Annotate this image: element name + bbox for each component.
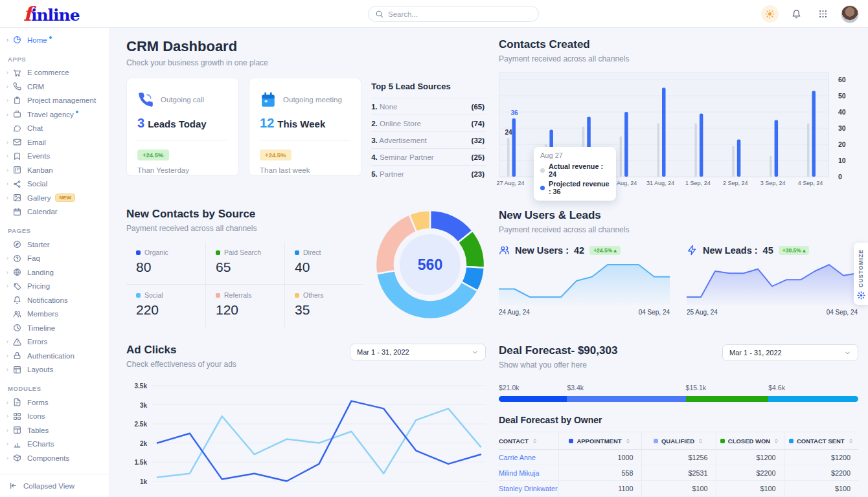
lead-source-row[interactable]: 1. None(65) xyxy=(371,98,486,115)
growth-badge: +24.5% xyxy=(260,149,291,160)
column-header-contact-sent[interactable]: CONTACT SENT xyxy=(784,432,858,450)
sidebar-item-landing[interactable]: ›Landing xyxy=(0,265,109,280)
new-leads-area-chart[interactable] xyxy=(687,260,858,307)
ad-clicks-date-range-select[interactable]: Mar 1 - 31, 2022 xyxy=(350,344,486,360)
sidebar-section-modules: MODULES xyxy=(0,377,109,395)
sidebar-item-errors[interactable]: ›Errors xyxy=(0,335,109,349)
stat-value: 120 xyxy=(216,302,284,318)
search-input[interactable] xyxy=(388,10,532,18)
mail-icon xyxy=(13,138,21,146)
sidebar-item-label: Pricing xyxy=(27,282,50,290)
apps-menu-button[interactable] xyxy=(814,5,832,23)
chevron-down-icon xyxy=(844,349,851,357)
sidebar-item-events[interactable]: ›Events xyxy=(0,149,109,164)
start-date: 24 Aug, 24 xyxy=(499,309,530,316)
sidebar-item-tables[interactable]: ›Tables xyxy=(0,423,109,437)
sidebar-item-email[interactable]: ›Email xyxy=(0,135,109,149)
sidebar-item-components[interactable]: ›Components xyxy=(0,451,109,465)
date-range-value: Mar 1 - 31, 2022 xyxy=(729,349,782,357)
sidebar-item-forms[interactable]: ›Forms xyxy=(0,395,109,410)
column-header-appointment[interactable]: APPOINTMENT xyxy=(558,432,641,450)
card-unit: This Week xyxy=(277,118,325,129)
lead-sources-title: Top 5 Lead Sources xyxy=(371,79,486,98)
sidebar-item-faq[interactable]: ›Faq xyxy=(0,252,109,266)
sidebar-item-layouts[interactable]: ›Layouts xyxy=(0,363,109,377)
x-axis-label: 3 Sep, 24 xyxy=(760,180,786,186)
svg-text:24: 24 xyxy=(505,129,512,136)
table-row: Stanley Drinkwater1100$100$100$100 xyxy=(499,481,858,496)
legend-swatch xyxy=(720,439,725,443)
sidebar-item-timeline[interactable]: Timeline xyxy=(0,321,109,335)
user-avatar[interactable] xyxy=(841,5,859,23)
sidebar-item-label: Layouts xyxy=(27,366,53,373)
deal-forecast-date-range-select[interactable]: Mar 1 - 31, 2022 xyxy=(722,344,858,361)
legend-swatch xyxy=(216,293,220,298)
sidebar-item-starter[interactable]: Starter xyxy=(0,237,109,252)
sidebar-item-authentication[interactable]: ›Authentication xyxy=(0,349,109,363)
sidebar-item-echarts[interactable]: ›ECharts xyxy=(0,437,109,452)
brand-logo[interactable]: finline xyxy=(23,3,80,25)
sidebar-item-pricing[interactable]: ›Pricing xyxy=(0,280,109,294)
sidebar-item-travel-agency[interactable]: ›Travel agency xyxy=(0,107,109,122)
contact-link[interactable]: Stanley Drinkwater xyxy=(499,481,558,496)
contacts-created-bar-chart[interactable]: 2436 Aug 27 Actual revenue : 24 Projecte… xyxy=(499,72,829,177)
sidebar-item-calendar[interactable]: Calendar xyxy=(0,205,109,219)
sidebar-item-crm[interactable]: ›CRM xyxy=(0,80,109,94)
sidebar-item-label: Icons xyxy=(27,412,45,420)
sidebar-item-home[interactable]: ›Home xyxy=(0,33,109,47)
deal-forecast-subtitle: Show what you offer here xyxy=(499,360,617,370)
lock-icon xyxy=(13,351,21,360)
column-header-qualified[interactable]: QUALIFIED xyxy=(641,432,716,450)
lead-source-row[interactable]: 4. Seminar Partner(25) xyxy=(371,148,486,165)
clipboard-icon xyxy=(13,96,21,105)
sidebar-item-project-management[interactable]: ›Project management xyxy=(0,94,109,108)
sidebar-item-kanban[interactable]: ›Kanban xyxy=(0,163,109,177)
ad-clicks-line-chart[interactable] xyxy=(152,381,486,497)
stat-label: Social xyxy=(144,291,163,299)
sidebar-item-members[interactable]: Members xyxy=(0,307,109,322)
deal-segment-4-6k xyxy=(768,396,858,402)
lead-source-row[interactable]: 3. Advertisement(32) xyxy=(371,131,486,148)
column-header-closed-won[interactable]: CLOSED WON xyxy=(716,432,784,450)
customize-tab[interactable]: CUSTOMIZE xyxy=(854,243,868,305)
table-icon xyxy=(13,426,21,434)
cart-icon xyxy=(13,69,21,77)
lead-source-row[interactable]: 2. Online Store(74) xyxy=(371,115,486,131)
contact-link[interactable]: Milind Mikuja xyxy=(499,465,558,481)
deal-owner-title: Deal Forecast by Owner xyxy=(499,415,858,425)
theme-toggle-button[interactable] xyxy=(761,5,779,23)
notifications-button[interactable] xyxy=(788,5,805,23)
sidebar-item-social[interactable]: ›Social xyxy=(0,177,109,192)
sidebar-item-notifications[interactable]: Notifications xyxy=(0,293,109,307)
contacts-donut-chart[interactable]: 560 xyxy=(374,209,486,320)
sidebar-item-label: Landing xyxy=(27,269,54,276)
sidebar-item-gallery[interactable]: ›GalleryNEW xyxy=(0,191,109,205)
share-icon xyxy=(13,180,21,188)
new-users-area-chart[interactable] xyxy=(499,260,670,307)
sidebar-item-label: ECharts xyxy=(27,440,54,448)
actual-series-dot xyxy=(540,168,545,173)
cell-value: $2200 xyxy=(716,465,784,481)
logo-f: f xyxy=(23,3,31,25)
column-header-contact[interactable]: CONTACT xyxy=(499,432,558,450)
lead-source-row[interactable]: 5. Partner(23) xyxy=(371,165,486,182)
chevron-right-icon: › xyxy=(6,399,13,406)
chat-icon xyxy=(13,124,21,133)
cell-value: $100 xyxy=(641,481,716,496)
sidebar-item-chat[interactable]: Chat xyxy=(0,122,109,136)
new-users-leads-subtitle: Payment received across all channels xyxy=(499,225,858,234)
sidebar-item-icons[interactable]: ›Icons xyxy=(0,410,109,424)
page-subtitle: Check your business growth in one place xyxy=(126,58,486,67)
x-axis-label: 2 Sep, 24 xyxy=(723,180,748,186)
sidebar-item-e-commerce[interactable]: ›E commerce xyxy=(0,66,109,80)
collapse-sidebar-button[interactable]: Collapsed View xyxy=(0,474,109,497)
globe-icon xyxy=(13,268,21,276)
kanban-icon xyxy=(13,166,21,174)
x-axis-label: 4 Sep, 24 xyxy=(798,180,823,186)
cell-value: $100 xyxy=(716,481,784,496)
global-search[interactable] xyxy=(368,6,539,22)
sidebar-item-label: Travel agency xyxy=(27,111,74,118)
deal-forecast-title: Deal Forecast xyxy=(499,344,571,357)
deal-forecast-stacked-bar[interactable] xyxy=(499,396,858,402)
contact-link[interactable]: Carrie Anne xyxy=(499,450,558,465)
